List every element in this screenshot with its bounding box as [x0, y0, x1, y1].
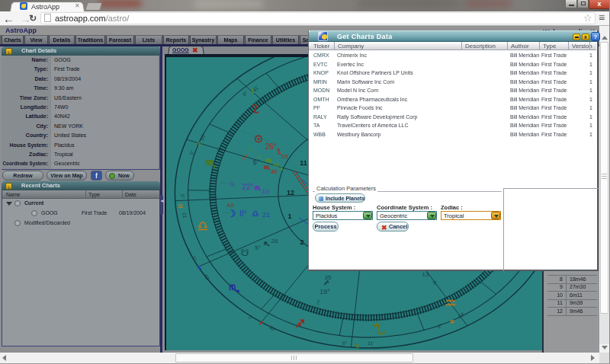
svg-text:26: 26 [271, 238, 278, 244]
svg-text:5°: 5° [255, 244, 261, 251]
svg-text:9°: 9° [242, 90, 249, 97]
svg-text:13: 13 [262, 188, 269, 195]
svg-text:8°: 8° [239, 209, 247, 218]
svg-text:12: 12 [287, 189, 294, 196]
svg-text:☽: ☽ [227, 208, 236, 219]
svg-text:13: 13 [422, 271, 429, 278]
svg-text:48: 48 [271, 169, 277, 174]
svg-text:53: 53 [281, 153, 288, 160]
svg-text:☋: ☋ [241, 247, 249, 258]
svg-text:1: 1 [287, 212, 291, 220]
svg-text:4°: 4° [258, 155, 263, 160]
svg-text:♆: ♆ [432, 277, 438, 288]
svg-text:11': 11' [368, 340, 374, 346]
svg-text:♃: ♃ [228, 178, 236, 190]
svg-text:℞: ℞ [280, 167, 284, 171]
svg-text:55': 55' [199, 133, 206, 141]
svg-text:39': 39' [457, 311, 465, 319]
svg-text:AS: AS [226, 203, 234, 208]
svg-text:21: 21 [262, 211, 270, 219]
svg-text:26°: 26° [265, 142, 276, 151]
svg-text:40': 40' [203, 273, 210, 281]
svg-text:30': 30' [268, 324, 277, 332]
svg-text:35: 35 [325, 274, 332, 281]
svg-text:9°: 9° [436, 322, 443, 329]
svg-text:19°: 19° [319, 288, 330, 295]
svg-text:21: 21 [182, 212, 188, 219]
svg-text:22°: 22° [242, 183, 253, 191]
svg-text:5°: 5° [180, 193, 186, 199]
svg-text:1°: 1° [191, 254, 198, 261]
svg-text:♇: ♇ [316, 297, 322, 306]
svg-text:48: 48 [273, 162, 279, 168]
svg-text:6°: 6° [342, 340, 348, 346]
svg-text:11: 11 [300, 159, 307, 167]
svg-text:☿: ☿ [248, 147, 252, 154]
svg-text:2: 2 [300, 238, 303, 246]
